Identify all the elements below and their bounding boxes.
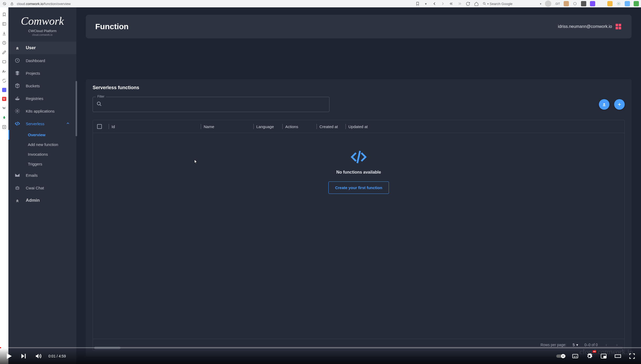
extension-icon-6[interactable] [625, 1, 630, 6]
import-button[interactable] [599, 99, 609, 110]
theater-button[interactable] [613, 351, 623, 361]
svg-line-25 [100, 105, 101, 106]
mastodon-rail-icon[interactable] [2, 88, 6, 92]
fullscreen-button[interactable] [627, 351, 637, 361]
th-created[interactable]: Created at [317, 124, 345, 129]
prev-page-button[interactable]: ‹ [604, 343, 609, 347]
git-extension[interactable]: .GIT [555, 2, 560, 5]
filter-input[interactable] [104, 102, 325, 107]
extension-icon-2[interactable] [573, 1, 577, 6]
url-path: /function/overview [43, 2, 71, 6]
download-rail-icon[interactable] [2, 31, 7, 36]
user-info[interactable]: idriss.neumann@comwork.io [558, 23, 622, 30]
rows-per-page-select[interactable]: 5 ▾ [573, 343, 578, 347]
subnav-invocations[interactable]: Invocations [25, 149, 76, 159]
edit-rail-icon[interactable] [2, 50, 7, 55]
sidebar-item-serverless[interactable]: Serverless [8, 117, 76, 130]
nav-group-user[interactable]: User [8, 42, 76, 54]
sync-rail-icon[interactable] [2, 78, 7, 83]
video-progress-bar[interactable] [0, 347, 641, 348]
svg-point-24 [97, 102, 101, 105]
rewind-icon[interactable] [449, 1, 454, 6]
svg-rect-10 [3, 60, 6, 63]
th-id[interactable]: Id [109, 124, 201, 129]
extension-icon-4[interactable] [590, 1, 595, 6]
sidebar-item-buckets[interactable]: Buckets [8, 79, 76, 92]
extension-icon-5[interactable] [607, 1, 613, 6]
filter-field: Filter [93, 97, 329, 112]
th-updated[interactable]: Updated at [345, 124, 377, 129]
vivaldi-rail-icon[interactable]: V [2, 97, 6, 101]
select-all-checkbox[interactable] [97, 124, 109, 129]
svg-point-29 [561, 354, 565, 358]
next-page-button[interactable]: › [615, 343, 619, 347]
extension-icon-1[interactable] [564, 1, 569, 6]
layers-icon [15, 70, 20, 76]
svg-rect-34 [604, 356, 606, 358]
autoplay-toggle[interactable] [556, 351, 566, 361]
miniplayer-button[interactable] [599, 351, 608, 361]
hd-badge: HD [593, 350, 596, 353]
svg-rect-21 [619, 24, 621, 26]
subnav-triggers[interactable]: Triggers [25, 159, 76, 169]
arrow-down-rail-icon[interactable] [2, 115, 7, 120]
search-icon [97, 101, 102, 108]
sidebar-item-registries[interactable]: Registries [8, 92, 76, 105]
user-email: idriss.neumann@comwork.io [558, 24, 612, 29]
plus-rail-icon[interactable] [2, 125, 7, 129]
play-button[interactable] [4, 351, 14, 361]
docker-icon [15, 96, 20, 101]
nav-forward-icon[interactable] [440, 1, 445, 6]
reload-icon[interactable] [466, 1, 470, 6]
page-title: Function [95, 22, 129, 31]
settings-button[interactable]: HD [585, 351, 594, 361]
create-first-function-button[interactable]: Create your first function [328, 181, 389, 194]
bookmark-rail-icon[interactable] [2, 12, 7, 17]
sidebar-item-cwai[interactable]: Cwai Chat [8, 181, 76, 194]
extension-icon-7[interactable] [634, 1, 639, 6]
panel-rail-icon[interactable] [2, 22, 7, 26]
fastforward-icon[interactable] [457, 1, 462, 6]
next-button[interactable] [19, 351, 28, 361]
th-name[interactable]: Name [201, 124, 253, 129]
extension-icon-3[interactable] [581, 1, 586, 6]
sidebar-item-k8s[interactable]: K8s applications [8, 105, 76, 117]
subnav-triggers-label: Triggers [28, 162, 42, 166]
serverless-submenu: Overview Add new function Invocations Tr… [8, 130, 76, 169]
browser-search-box[interactable]: ▾ Search Google ▾ [483, 2, 541, 6]
th-actions[interactable]: Actions [282, 124, 317, 129]
nav-admin-label: Admin [26, 198, 40, 203]
history-rail-icon[interactable] [2, 41, 7, 45]
rows-per-page-label: Rows per page: [540, 343, 566, 347]
subnav-overview-label: Overview [28, 133, 46, 137]
svg-point-15 [17, 110, 18, 112]
nav-group-admin[interactable]: Admin [8, 194, 76, 207]
dropdown-icon[interactable]: ▾ [424, 1, 428, 6]
volume-button[interactable] [34, 351, 43, 361]
sidebar-item-dashboard[interactable]: Dashboard [8, 54, 76, 67]
video-player-controls: 0:01 / 4:59 HD [0, 348, 641, 364]
nav-back-icon[interactable] [432, 1, 437, 6]
subnav-overview[interactable]: Overview [25, 130, 76, 140]
gear-icon[interactable] [616, 1, 621, 6]
sidebar-item-projects[interactable]: Projects [8, 67, 76, 79]
download-icon[interactable] [599, 1, 604, 6]
svg-rect-20 [616, 24, 618, 26]
captions-button[interactable] [570, 351, 580, 361]
bookmark-icon[interactable] [415, 1, 420, 6]
translate-rail-icon[interactable]: Ax [2, 69, 7, 74]
user-avatar-icon [615, 23, 622, 30]
subnav-add-function[interactable]: Add new function [25, 140, 76, 149]
sidebar-item-emails[interactable]: Emails [8, 169, 76, 181]
page-header: Function idriss.neumann@comwork.io [86, 15, 632, 38]
th-language[interactable]: Language [253, 124, 282, 129]
wikipedia-rail-icon[interactable]: W [2, 106, 7, 110]
url-display[interactable]: cloud.comwork.io/function/overview [17, 2, 71, 6]
home-icon[interactable] [474, 1, 479, 6]
window-rail-icon[interactable] [2, 59, 7, 64]
expand-icon [15, 198, 20, 203]
add-button[interactable] [614, 99, 625, 110]
profile-avatar[interactable] [545, 1, 551, 7]
url-prefix: cloud. [17, 2, 26, 6]
svg-rect-7 [3, 23, 6, 26]
